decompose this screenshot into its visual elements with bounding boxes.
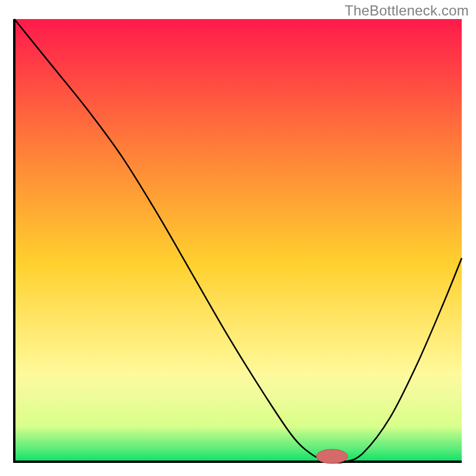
- chart-svg: [12, 18, 464, 464]
- gradient-band: [14, 444, 462, 453]
- gradient-band: [14, 400, 462, 409]
- chart-frame: TheBottleneck.com: [0, 0, 476, 476]
- gradient-band: [14, 391, 462, 400]
- gradient-band: [14, 373, 462, 382]
- gradient-bands: [14, 373, 462, 462]
- gradient-band: [14, 426, 462, 435]
- gradient-band: [14, 382, 462, 391]
- gradient-band: [14, 435, 462, 444]
- optimal-marker: [317, 449, 348, 464]
- plot-area: [12, 18, 464, 464]
- watermark-text: TheBottleneck.com: [345, 2, 469, 19]
- gradient-band: [14, 418, 462, 427]
